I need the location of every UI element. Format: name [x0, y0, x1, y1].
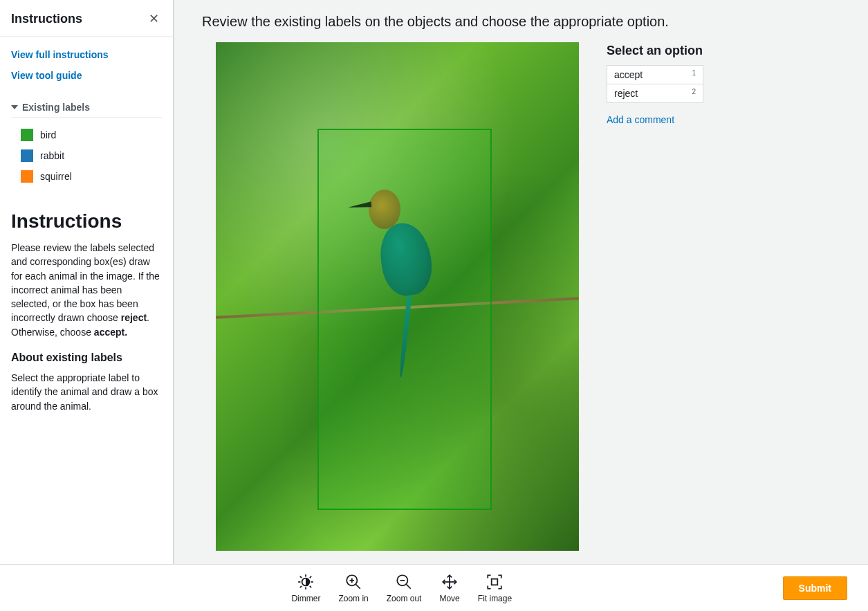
close-sidebar-button[interactable]: ✕	[146, 10, 162, 28]
caret-down-icon	[11, 105, 18, 109]
svg-line-14	[406, 584, 411, 589]
move-button[interactable]: Move	[439, 573, 459, 603]
zoom-out-icon	[395, 573, 413, 591]
view-full-instructions-link[interactable]: View full instructions	[11, 49, 162, 60]
about-existing-labels-body: Select the appropriate label to identify…	[11, 371, 162, 413]
main: Review the existing labels on the object…	[174, 0, 868, 564]
tool-label: Zoom in	[338, 594, 368, 603]
instructions-heading: Instructions	[11, 210, 162, 232]
options-heading: Select an option	[607, 44, 786, 58]
label-list: bird rabbit squirrel	[11, 118, 162, 198]
instructions-body: Please review the labels selected and co…	[11, 241, 162, 339]
options-panel: Select an option accept 1 reject 2 Add a…	[607, 42, 786, 557]
zoom-in-button[interactable]: Zoom in	[338, 573, 368, 603]
instructions-block: Instructions Please review the labels se…	[0, 205, 173, 437]
existing-labels-title: Existing labels	[22, 102, 90, 113]
label-item-rabbit[interactable]: rabbit	[21, 149, 162, 162]
color-swatch	[21, 149, 33, 162]
close-icon: ✕	[149, 12, 159, 26]
svg-rect-18	[492, 578, 498, 585]
annotation-box[interactable]	[317, 129, 492, 510]
zoom-in-icon	[344, 573, 362, 591]
add-comment-link[interactable]: Add a comment	[607, 114, 674, 125]
existing-labels-section: Existing labels bird rabbit squirrel	[0, 95, 173, 205]
canvas-row: Select an option accept 1 reject 2 Add a…	[202, 42, 847, 557]
sidebar-header: Instructions ✕	[0, 0, 173, 37]
fit-image-button[interactable]: Fit image	[478, 573, 512, 603]
options-list: accept 1 reject 2	[607, 65, 786, 103]
sidebar-links: View full instructions View tool guide	[0, 37, 173, 95]
submit-button[interactable]: Submit	[783, 576, 847, 600]
label-name: bird	[40, 129, 56, 140]
color-swatch	[21, 170, 33, 183]
task-prompt: Review the existing labels on the object…	[202, 14, 847, 30]
option-accept[interactable]: accept 1	[607, 65, 703, 84]
option-shortcut: 1	[692, 69, 696, 77]
existing-labels-toggle[interactable]: Existing labels	[11, 98, 162, 118]
tool-label: Fit image	[478, 594, 512, 603]
dimmer-button[interactable]: Dimmer	[291, 573, 320, 603]
dimmer-icon	[297, 573, 315, 591]
option-reject[interactable]: reject 2	[607, 84, 703, 103]
zoom-out-button[interactable]: Zoom out	[387, 573, 422, 603]
label-name: rabbit	[40, 150, 64, 161]
option-label: reject	[614, 88, 638, 99]
toolbar: Dimmer Zoom in Zoom out Move	[21, 573, 783, 603]
sidebar-title: Instructions	[11, 12, 82, 26]
move-icon	[441, 573, 459, 591]
sidebar: Instructions ✕ View full instructions Vi…	[0, 0, 174, 564]
svg-line-8	[310, 576, 311, 577]
label-item-squirrel[interactable]: squirrel	[21, 170, 162, 183]
label-item-bird[interactable]: bird	[21, 129, 162, 141]
option-label: accept	[614, 69, 643, 80]
svg-line-7	[300, 585, 302, 587]
image-canvas[interactable]	[216, 42, 579, 551]
label-name: squirrel	[40, 171, 72, 182]
workspace: Review the existing labels on the object…	[174, 0, 868, 564]
fit-image-icon	[486, 573, 504, 591]
option-shortcut: 2	[692, 88, 696, 95]
svg-line-10	[355, 584, 360, 589]
svg-line-5	[300, 576, 302, 577]
svg-line-6	[310, 585, 311, 587]
color-swatch	[21, 129, 33, 141]
tool-label: Dimmer	[291, 594, 320, 603]
footer: Dimmer Zoom in Zoom out Move	[0, 564, 868, 611]
view-tool-guide-link[interactable]: View tool guide	[11, 70, 162, 81]
tool-label: Zoom out	[387, 594, 422, 603]
about-existing-labels-heading: About existing labels	[11, 352, 162, 364]
tool-label: Move	[439, 594, 459, 603]
